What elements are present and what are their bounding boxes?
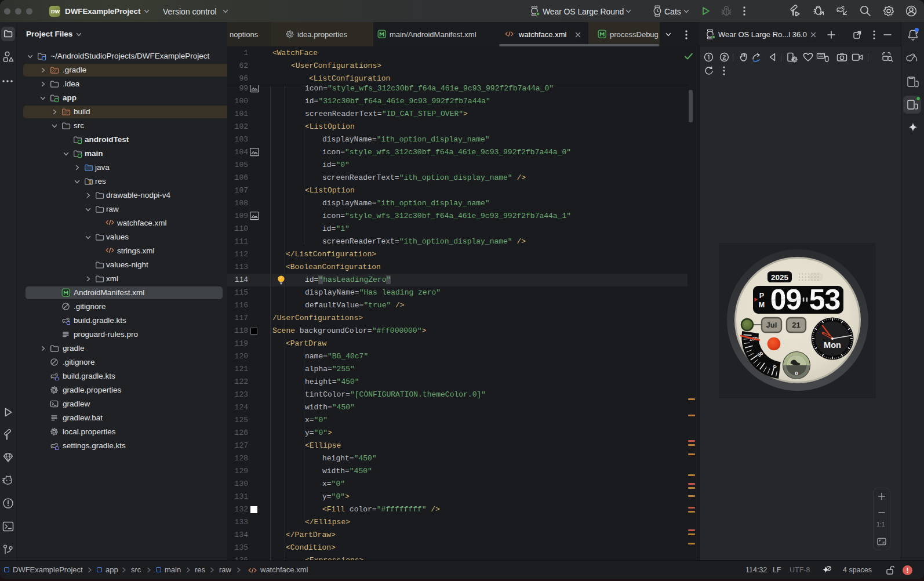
svg-text:Jul: Jul xyxy=(766,321,777,329)
svg-text:0: 0 xyxy=(795,370,798,376)
svg-text:P: P xyxy=(759,292,764,300)
svg-text:M: M xyxy=(759,301,765,309)
svg-text:21: 21 xyxy=(792,321,800,329)
svg-text:2025: 2025 xyxy=(771,273,789,282)
svg-text:Mon: Mon xyxy=(824,340,841,350)
